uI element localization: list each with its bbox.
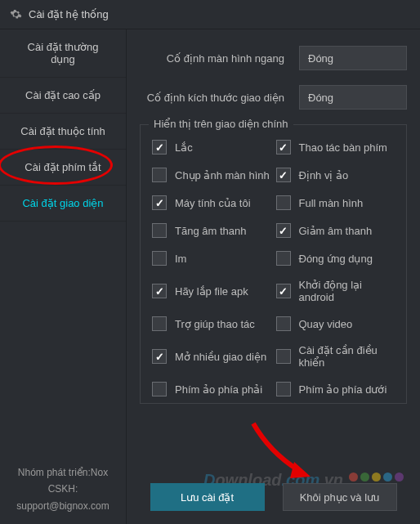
checkbox-item-13[interactable]: Quay video [276,316,395,331]
checkbox-item-17[interactable]: Phím ảo phía dưới [276,382,395,396]
checkbox-item-14[interactable]: Mở nhiều giao diện [152,344,271,369]
row-fixed-landscape: Cố định màn hình ngang Đóng [140,46,407,70]
checkbox-label: Khởi động lại android [299,279,395,303]
sidebar-item-general[interactable]: Cài đặt thường dụng [0,29,126,78]
checkbox-label: Im [175,253,186,265]
checkbox[interactable] [152,223,167,238]
checkbox-label: Cài đặt cần điều khiển [299,344,395,369]
checkbox-label: Định vị ảo [299,169,349,181]
window-header: Cài đặt hệ thống [0,0,420,29]
save-button[interactable]: Lưu cài đặt [150,483,265,511]
button-bar: Lưu cài đặt Khôi phục và lưu [127,483,420,511]
checkbox-item-8[interactable]: Im [152,251,271,266]
gear-icon [10,8,22,20]
checkbox[interactable] [276,140,291,155]
checkbox-label: Tăng âm thanh [175,225,246,237]
row-fixed-size: Cố định kích thước giao diện Đóng [140,85,407,110]
checkbox[interactable] [152,140,167,155]
checkbox-item-6[interactable]: Tăng âm thanh [152,223,271,238]
checkbox-label: Lắc [175,141,193,154]
checkbox-item-2[interactable]: Chụp ảnh màn hình [152,168,271,182]
main-panel: Cố định màn hình ngang Đóng Cố định kích… [127,29,420,524]
svg-marker-0 [290,462,311,478]
sidebar: Cài đặt thường dụng Cài đặt cao cấp Cài … [0,29,127,524]
checkbox[interactable] [276,349,291,364]
checkbox-label: Hãy lắp file apk [175,285,248,298]
select-fixed-size[interactable]: Đóng [299,85,407,110]
restore-button[interactable]: Khôi phục và lưu [283,483,397,511]
checkbox-label: Chụp ảnh màn hình [175,169,270,181]
checkbox-item-0[interactable]: Lắc [152,140,271,155]
checkbox[interactable] [152,251,167,266]
checkbox[interactable] [276,316,291,331]
checkbox-item-15[interactable]: Cài đặt cần điều khiển [276,344,395,369]
sidebar-item-properties[interactable]: Cài đặt thuộc tính [0,114,126,150]
checkbox[interactable] [276,168,291,182]
checkbox-label: Thao tác bàn phím [299,141,387,154]
checkbox-label: Giảm âm thanh [299,225,373,237]
arrow-annotation [245,419,327,485]
checkbox-item-11[interactable]: Khởi động lại android [276,279,395,303]
checkbox-item-7[interactable]: Giảm âm thanh [276,223,395,238]
checkbox-label: Phím ảo phía dưới [299,383,387,396]
checkbox-label: Trợ giúp thao tác [175,318,255,330]
fieldset-legend: Hiển thị trên giao diện chính [149,118,293,130]
sidebar-item-shortcuts[interactable]: Cài đặt phím tắt [0,150,126,186]
checkbox-label: Quay video [299,318,353,330]
checkbox[interactable] [276,223,291,238]
checkbox-item-16[interactable]: Phím ảo phía phải [152,382,271,396]
checkbox[interactable] [152,382,167,396]
checkbox[interactable] [276,251,291,266]
checkbox-item-10[interactable]: Hãy lắp file apk [152,279,271,303]
checkbox[interactable] [152,195,167,210]
sidebar-item-interface[interactable]: Cài đặt giao diện [0,186,126,222]
checkbox-label: Máy tính của tôi [175,197,251,209]
checkbox-label: Mở nhiều giao diện [175,351,266,363]
checkbox-label: Full màn hình [299,197,364,209]
checkbox-item-4[interactable]: Máy tính của tôi [152,195,271,210]
checkbox[interactable] [276,284,291,298]
checkbox-item-3[interactable]: Định vị ảo [276,168,395,182]
display-fieldset: Hiển thị trên giao diện chính LắcThao tá… [140,124,407,404]
checkbox[interactable] [152,284,167,298]
checkbox[interactable] [152,349,167,364]
checkbox-item-1[interactable]: Thao tác bàn phím [276,140,395,155]
checkbox[interactable] [152,168,167,182]
watermark-dots [349,472,404,481]
checkbox-item-9[interactable]: Đóng ứng dụng [276,251,395,266]
checkbox[interactable] [152,316,167,331]
checkbox-item-5[interactable]: Full màn hình [276,195,395,210]
select-fixed-landscape[interactable]: Đóng [299,46,407,70]
checkbox[interactable] [276,195,291,210]
checkbox-label: Phím ảo phía phải [175,383,262,396]
checkbox[interactable] [276,382,291,396]
sidebar-footer: Nhóm phát triển:Nox CSKH: support@bignox… [0,455,126,524]
window-title: Cài đặt hệ thống [29,8,109,20]
checkbox-item-12[interactable]: Trợ giúp thao tác [152,316,271,331]
checkbox-label: Đóng ứng dụng [299,253,373,265]
sidebar-item-advanced[interactable]: Cài đặt cao cấp [0,78,126,114]
